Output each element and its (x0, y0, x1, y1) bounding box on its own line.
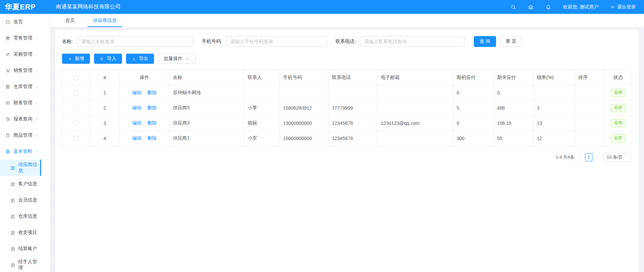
sidebar-item-purchase[interactable]: 采购管理 (0, 46, 41, 62)
sidebar-item-home[interactable]: 首页 (0, 14, 41, 30)
row-checkbox[interactable] (74, 90, 79, 96)
phone-search-input[interactable] (226, 36, 327, 47)
sidebar-item-sales[interactable]: 销售管理 (0, 62, 41, 79)
sidebar-item-retail[interactable]: 零售管理 (0, 30, 41, 46)
topbar: 华夏ERP 南通某某网络科技有限公司 欢迎您, 测试用户 退出登录 (0, 0, 644, 14)
chevron-down-icon (35, 85, 38, 89)
cell-status: 启用 (604, 131, 632, 146)
delete-link[interactable]: 删除 (147, 90, 157, 95)
row-checkbox[interactable] (74, 106, 79, 111)
company-name: 南通某某网络科技有限公司 (56, 3, 121, 10)
cell-name: 供应商1 (170, 131, 244, 146)
sidebar-item-warehouse-info[interactable]: 仓库信息 (0, 208, 41, 224)
table-row: 4编辑删除供应商1小军15000000000123456783005512启用 (62, 131, 632, 146)
tab-home[interactable]: 首页 (60, 14, 80, 27)
cell-name: 供应商3 (170, 116, 244, 131)
sidebar-item-warehouse[interactable]: 仓库管理 (0, 79, 41, 95)
cell-telephone: 12345678 (329, 116, 377, 131)
cell-tax-rate: 12 (533, 131, 575, 146)
add-button[interactable]: 新增 (62, 54, 90, 64)
cell-end-payable: 486 (494, 101, 533, 116)
row-checkbox[interactable] (74, 121, 79, 126)
sidebar-item-basic[interactable]: 基本资料 (0, 143, 41, 160)
col-header-end-payable: 期末应付 (494, 70, 533, 85)
cell-end-payable: 55 (494, 131, 533, 146)
next-page-icon[interactable] (596, 155, 600, 159)
filter-telephone-label: 联系电话: (336, 38, 356, 45)
current-page[interactable]: 1 (585, 153, 592, 161)
bank-icon[interactable] (528, 4, 534, 10)
search-icon[interactable] (510, 4, 516, 10)
chevron-down-icon (35, 36, 38, 40)
sidebar-item-report[interactable]: 报表查询 (0, 111, 41, 127)
status-badge: 启用 (611, 134, 625, 142)
sidebar-item-label: 会员信息 (18, 197, 37, 203)
warehouse-icon (5, 84, 10, 89)
op-divider (144, 106, 145, 110)
cell-begin-payable: 5 (453, 101, 494, 116)
col-header-index: # (90, 70, 120, 85)
name-search-input[interactable] (77, 36, 193, 47)
cell-telephone: 77779999 (329, 101, 377, 116)
import-button[interactable]: 导入 (94, 54, 122, 64)
pagination-total: 1-4 共4条 (556, 154, 575, 160)
tabbar: 首页供应商信息 (51, 14, 644, 27)
cell-operation: 编辑删除 (120, 85, 170, 101)
tab-supplier[interactable]: 供应商信息 (88, 14, 122, 27)
finance-icon (5, 100, 10, 106)
sidebar: 首页零售管理采购管理销售管理仓库管理财务管理报表查询商品管理基本资料供应商信息客… (0, 14, 51, 272)
edit-link[interactable]: 编辑 (132, 90, 142, 95)
prev-page-icon[interactable] (578, 155, 582, 159)
cell-sort (575, 116, 604, 131)
doc-icon (10, 246, 15, 251)
sidebar-item-label: 零售管理 (13, 35, 32, 41)
sidebar-item-goods[interactable]: 商品管理 (0, 127, 41, 143)
row-checkbox[interactable] (74, 136, 79, 141)
cell-tax-rate: 13 (533, 116, 575, 131)
delete-link[interactable]: 删除 (147, 120, 157, 126)
edit-link[interactable]: 编辑 (132, 105, 142, 110)
page-size-select[interactable]: 10 条/页 (603, 153, 632, 162)
sidebar-item-finance[interactable]: 财务管理 (0, 95, 41, 111)
pagination: 1-4 共4条 1 10 条/页 (62, 153, 632, 162)
sidebar-item-income-expense[interactable]: 收支项目 (0, 224, 41, 241)
sidebar-item-supplier[interactable]: 供应商信息 (0, 160, 41, 176)
cell-contact: 晓丽 (244, 116, 280, 131)
doc-icon (10, 182, 15, 187)
sidebar-item-label: 财务管理 (13, 100, 32, 106)
telephone-search-input[interactable] (360, 36, 464, 47)
table-row: 3编辑删除供应商3晓丽13000000000123456781234123@qq… (62, 116, 632, 131)
notification-bell-icon[interactable] (545, 4, 551, 10)
export-button[interactable]: 导出 (126, 54, 154, 64)
cell-begin-payable: 300 (453, 131, 494, 146)
logout-button[interactable]: 退出登录 (610, 4, 636, 10)
filter-telephone: 联系电话: (336, 36, 464, 47)
cell-end-payable: 106.15 (494, 116, 533, 131)
chevron-down-icon (625, 156, 628, 159)
sidebar-item-settlement-account[interactable]: 结算账户 (0, 241, 41, 257)
cell-status: 启用 (604, 116, 632, 131)
delete-link[interactable]: 删除 (147, 135, 157, 141)
cell-select (62, 131, 90, 146)
sidebar-item-customer[interactable]: 客户信息 (0, 176, 41, 192)
select-all-checkbox[interactable] (74, 75, 79, 80)
chevron-up-icon (35, 150, 38, 154)
sidebar-item-handler[interactable]: 经手人管理 (0, 257, 41, 272)
cell-contact: 小季 (244, 101, 280, 116)
basic-icon (5, 149, 10, 154)
delete-link[interactable]: 删除 (147, 105, 157, 110)
search-button[interactable]: 查 询 (474, 36, 496, 47)
batch-actions-button[interactable]: 批量操作 (158, 54, 195, 64)
app-logo[interactable]: 华夏ERP (0, 2, 51, 12)
sidebar-item-label: 仓库管理 (13, 84, 32, 90)
cell-tax-rate: 3 (533, 101, 575, 116)
cell-telephone: 12345678 (329, 131, 377, 146)
edit-link[interactable]: 编辑 (132, 135, 142, 141)
sidebar-item-label: 首页 (13, 19, 23, 25)
status-badge: 启用 (611, 89, 625, 97)
reset-button[interactable]: 重 置 (500, 36, 522, 47)
cell-operation: 编辑删除 (120, 101, 170, 116)
edit-link[interactable]: 编辑 (132, 120, 142, 126)
sidebar-item-member[interactable]: 会员信息 (0, 192, 41, 208)
cell-status: 启用 (604, 101, 632, 116)
